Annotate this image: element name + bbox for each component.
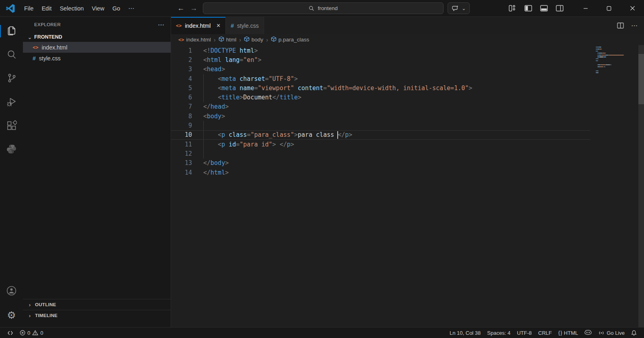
code-token: "para id" (239, 141, 272, 148)
line-number: 12 (171, 150, 192, 157)
customize-layout-icon[interactable] (509, 5, 516, 12)
code-text: <title>Document</title> (203, 93, 301, 102)
go-live-button[interactable]: Go Live (595, 330, 628, 336)
code-token: > (349, 131, 352, 138)
activity-settings[interactable]: ⚙ (0, 303, 23, 327)
minimap[interactable] (596, 47, 636, 74)
cursor-position[interactable]: Ln 10, Col 38 (446, 330, 484, 336)
folder-frontend[interactable]: ⌄ FRONTEND (23, 32, 171, 42)
minimap-line (596, 53, 636, 54)
code-token: = (323, 84, 327, 92)
minimize-button[interactable] (574, 0, 597, 17)
code-line-4[interactable]: 4 <meta charset="UTF-8"> (171, 74, 590, 83)
code-line-12[interactable]: 12 (171, 149, 590, 158)
problems-indicator[interactable]: 0 0 (17, 330, 46, 336)
tab-style.css[interactable]: #style.css (226, 17, 264, 34)
file-item-style.css[interactable]: #style.css (23, 53, 171, 64)
copilot-status[interactable] (581, 330, 595, 336)
css-file-icon: # (33, 55, 36, 62)
code-line-14[interactable]: 14</html> (171, 168, 590, 177)
menu-selection[interactable]: Selection (56, 4, 88, 13)
toggle-primary-sidebar-icon[interactable] (524, 5, 532, 12)
code-token: </ (272, 94, 280, 101)
code-line-5[interactable]: 5 <meta name="viewport" content="width=d… (171, 83, 590, 93)
symbol-icon (244, 36, 250, 43)
code-line-13[interactable]: 13</body> (171, 159, 590, 168)
code-line-11[interactable]: 11 <p id="para id"> </p> (171, 140, 590, 149)
menu-view[interactable]: View (88, 4, 108, 13)
code-line-9[interactable]: 9 (171, 121, 590, 130)
breadcrumb-item-index.html[interactable]: <>index.html (178, 37, 211, 43)
notifications-bell[interactable] (628, 330, 640, 336)
activity-bar-bottom: ⚙ (0, 280, 23, 327)
code-text: </html> (203, 168, 229, 177)
toggle-secondary-sidebar-icon[interactable] (556, 5, 564, 12)
code-token: lang (221, 56, 239, 64)
language-mode[interactable]: { } HTML (555, 330, 581, 336)
code-token: id (225, 141, 236, 148)
activity-python[interactable] (0, 138, 23, 162)
code-line-7[interactable]: 7</head> (171, 102, 590, 111)
broadcast-icon (598, 330, 605, 336)
code-line-6[interactable]: 6 <title>Document</title> (171, 93, 590, 102)
copilot-button[interactable]: ⌄ (448, 2, 470, 14)
code-text: <p id="para id"> </p> (203, 140, 294, 149)
code-line-1[interactable]: 1<!DOCTYPE html> (171, 46, 590, 55)
tab-index.html[interactable]: <>index.html✕ (171, 17, 226, 34)
code-token: < (218, 75, 221, 82)
activity-source-control[interactable] (0, 67, 23, 91)
remote-indicator[interactable] (4, 330, 17, 336)
explorer-more-button[interactable]: ⋯ (158, 21, 164, 29)
search-icon (309, 6, 314, 11)
activity-run-debug[interactable] (0, 91, 23, 114)
close-button[interactable] (621, 0, 644, 17)
code-token: head (207, 66, 221, 73)
menu-go[interactable]: Go (108, 4, 124, 13)
code-token: > (225, 103, 229, 110)
maximize-button[interactable] (597, 0, 621, 17)
nav-back-icon[interactable]: ← (177, 4, 184, 12)
search-input[interactable]: frontend (203, 2, 444, 14)
indentation[interactable]: Spaces: 4 (484, 330, 514, 336)
split-editor-icon[interactable] (617, 23, 624, 29)
minimap-line (596, 72, 636, 73)
menu-file[interactable]: File (20, 4, 37, 13)
activity-bar: ⚙ (0, 17, 23, 327)
menu-more-button[interactable]: ⋯ (124, 3, 138, 14)
code-token: name (236, 84, 254, 92)
code-token: "viewport" (258, 84, 294, 92)
code-token: "en" (243, 56, 258, 64)
code-token: </ (280, 141, 287, 148)
timeline-panel-header[interactable]: › TIMELINE (23, 310, 171, 321)
explorer-title: EXPLORER (34, 22, 61, 27)
code-line-8[interactable]: 8<body> (171, 111, 590, 121)
code-line-10[interactable]: 10 <p class="para_class">para class </p> (171, 130, 590, 140)
breadcrumb-item-p.para_class[interactable]: p.para_class (271, 36, 310, 43)
breadcrumb-item-html[interactable]: html (219, 36, 237, 43)
vertical-scrollbar[interactable] (638, 45, 644, 327)
activity-account[interactable] (0, 280, 23, 303)
eol-sequence[interactable]: CRLF (535, 330, 555, 336)
account-icon (6, 285, 17, 298)
code-line-2[interactable]: 2<html lang="en"> (171, 55, 590, 64)
activity-search[interactable] (0, 43, 23, 67)
line-number: 4 (171, 75, 192, 82)
minimize-icon (583, 6, 588, 11)
encoding[interactable]: UTF-8 (514, 330, 535, 336)
outline-panel-header[interactable]: › OUTLINE (23, 299, 171, 310)
file-item-index.html[interactable]: <>index.html (23, 42, 171, 53)
activity-extensions[interactable] (0, 114, 23, 138)
tab-close-icon[interactable]: ✕ (216, 23, 221, 29)
code-token: "UTF-8" (269, 75, 294, 82)
menu-edit[interactable]: Edit (37, 4, 56, 13)
maximize-icon (607, 6, 611, 11)
editor-more-button[interactable]: ⋯ (631, 22, 638, 29)
nav-forward-icon[interactable]: → (190, 4, 197, 12)
code-text: </body> (203, 159, 229, 168)
toggle-panel-icon[interactable] (540, 5, 548, 12)
code-line-3[interactable]: 3<head> (171, 65, 590, 74)
scrollbar-thumb[interactable] (638, 54, 644, 104)
breadcrumb-item-body[interactable]: body (244, 36, 263, 43)
minimap-line (596, 55, 636, 56)
activity-explorer[interactable] (0, 19, 23, 43)
